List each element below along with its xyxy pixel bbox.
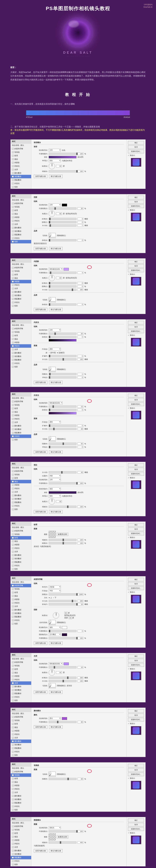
ls-item-inner_glow[interactable]: 内发光 xyxy=(10,344,31,348)
gradient-picker[interactable] xyxy=(49,412,76,414)
gradient-picker[interactable] xyxy=(49,156,76,158)
slider[interactable] xyxy=(49,630,76,632)
pattern-picker[interactable] xyxy=(49,531,55,538)
ls-item-texture[interactable]: 纹理 xyxy=(10,209,31,212)
slider[interactable] xyxy=(49,355,76,357)
checkbox-icon[interactable] xyxy=(12,206,14,208)
value-field[interactable]: 0 xyxy=(77,303,83,306)
checkbox-icon[interactable] xyxy=(12,661,14,663)
ls-item-outer_glow[interactable]: 外发光 xyxy=(10,695,31,699)
ok-button[interactable]: 确定 xyxy=(128,394,144,397)
ls-item-color_overlay[interactable]: 颜色叠加 xyxy=(10,685,31,688)
ls-item-drop_shadow[interactable]: 投影 xyxy=(10,699,31,702)
checkbox-icon[interactable] xyxy=(12,723,14,725)
ls-item-bevel[interactable]: 斜面和浮雕 xyxy=(10,327,31,330)
preview-check[interactable]: ✓ 预览(V) xyxy=(128,477,144,479)
preview-check[interactable]: ✓ 预览(V) xyxy=(128,407,144,409)
color-swatch[interactable] xyxy=(62,626,67,629)
slider[interactable] xyxy=(49,666,76,669)
angle-dial[interactable] xyxy=(49,670,55,676)
checkbox-icon[interactable] xyxy=(12,565,14,566)
ls-item-outer_glow[interactable]: 外发光 xyxy=(10,237,31,240)
ls-item-texture[interactable]: 纹理 xyxy=(10,536,31,539)
checkbox-icon[interactable] xyxy=(12,598,14,600)
checkbox[interactable]: 与图层链接(K) xyxy=(34,844,45,847)
slider[interactable] xyxy=(49,304,76,306)
ls-item-inner_glow[interactable]: 内发光 xyxy=(10,733,31,736)
checkbox-icon[interactable] xyxy=(12,349,14,350)
checkbox-icon[interactable] xyxy=(12,270,14,272)
value-field[interactable]: 100 xyxy=(77,830,83,833)
dropdown[interactable]: 平滑 xyxy=(49,589,61,592)
checkbox-icon[interactable] xyxy=(12,495,14,496)
ls-item-bevel[interactable]: 斜面和浮雕 xyxy=(10,266,31,270)
checkbox-icon[interactable] xyxy=(12,179,14,181)
checkbox-icon[interactable] xyxy=(12,331,14,333)
ls-item-grad_overlay[interactable]: 渐变叠加 xyxy=(10,497,31,501)
slider[interactable] xyxy=(49,239,76,241)
new-style-button[interactable]: 新建样式(W)... xyxy=(128,586,144,590)
ls-item-grad_overlay[interactable]: 渐变叠加 xyxy=(10,852,31,856)
ls-item-contour[interactable]: 等高线 xyxy=(10,664,31,668)
slider[interactable] xyxy=(49,542,76,544)
new-style-button[interactable]: 新建样式(W)... xyxy=(128,718,144,721)
ls-item-color_overlay[interactable]: 颜色叠加 xyxy=(10,290,31,294)
checkbox-icon[interactable] xyxy=(12,561,14,563)
checkbox-icon[interactable] xyxy=(12,162,14,163)
reset-default-button[interactable]: 复位为默认值 xyxy=(49,849,63,852)
checkbox-icon[interactable] xyxy=(12,602,14,604)
value-field[interactable]: 0 xyxy=(77,336,83,338)
slider[interactable] xyxy=(49,443,76,445)
checkbox-icon[interactable] xyxy=(12,788,14,790)
cancel-button[interactable]: 取消 xyxy=(128,325,144,329)
ls-item-texture[interactable]: 纹理 xyxy=(10,334,31,337)
value-field[interactable]: 150 xyxy=(77,358,83,361)
ls-item-grad_overlay[interactable]: 渐变叠加 xyxy=(10,428,31,431)
checkbox-icon[interactable] xyxy=(12,774,14,776)
contour-picker[interactable] xyxy=(49,367,55,372)
checkbox-icon[interactable] xyxy=(12,220,14,222)
ls-item-satin[interactable]: 光泽 xyxy=(10,791,31,794)
checkbox-icon[interactable] xyxy=(12,537,14,539)
preview-check[interactable]: ✓ 预览(V) xyxy=(128,273,144,276)
make-default-button[interactable]: 设置为默认值 xyxy=(34,510,47,514)
pattern-picker[interactable] xyxy=(49,833,55,840)
ls-item-drop_shadow[interactable]: 投影 xyxy=(10,863,31,866)
checkbox-icon[interactable] xyxy=(12,785,14,786)
checkbox-icon[interactable] xyxy=(12,792,14,793)
preview-check[interactable]: ✓ 预览(V) xyxy=(128,668,144,670)
checkbox[interactable]: 消除锯齿(L) xyxy=(57,621,66,624)
checkbox-icon[interactable] xyxy=(12,843,14,844)
angle-dial[interactable] xyxy=(53,612,59,619)
dropdown[interactable]: 渐变 xyxy=(49,488,61,490)
checkbox-icon[interactable] xyxy=(12,857,14,859)
checkbox-icon[interactable] xyxy=(12,860,14,862)
checkbox[interactable]: 反转(I) xyxy=(67,684,72,687)
checkbox-icon[interactable] xyxy=(12,227,14,229)
ls-item-stroke[interactable]: 描边 xyxy=(10,594,31,598)
checkbox-icon[interactable] xyxy=(12,585,14,586)
ls-item-blend_opts[interactable]: 混合选项：默认 xyxy=(10,526,31,529)
color-swatch[interactable] xyxy=(62,633,67,636)
checkbox-icon[interactable] xyxy=(12,172,14,174)
checkbox[interactable]: 使用全局光(G) xyxy=(66,213,77,215)
ls-item-contour[interactable]: 等高线 xyxy=(10,828,31,832)
ls-item-blend_opts[interactable]: 混合选项：默认 xyxy=(10,580,31,584)
reset-default-button[interactable]: 复位为默认值 xyxy=(49,510,63,514)
ls-item-inner_shadow[interactable]: 内阴影 xyxy=(10,838,31,842)
angle-dial[interactable] xyxy=(49,163,55,169)
ls-item-color_overlay[interactable]: 颜色叠加 xyxy=(10,553,31,557)
slider[interactable] xyxy=(49,428,76,430)
slider[interactable] xyxy=(49,406,76,408)
ok-button[interactable]: 确定 xyxy=(128,321,144,324)
dropdown[interactable]: 线性 xyxy=(49,495,61,498)
slider[interactable] xyxy=(49,539,76,541)
dropdown[interactable]: 正常 xyxy=(49,329,61,332)
checkbox-icon[interactable] xyxy=(12,799,14,800)
ls-item-grad_overlay[interactable]: 渐变叠加 xyxy=(10,355,31,358)
ls-item-inner_glow[interactable]: 内发光 xyxy=(10,547,31,550)
ls-item-blend_opts[interactable]: 混合选项：默认 xyxy=(10,821,31,825)
slider[interactable] xyxy=(49,830,76,832)
value-field[interactable]: 150 xyxy=(77,680,83,682)
checkbox-icon[interactable] xyxy=(12,508,14,510)
